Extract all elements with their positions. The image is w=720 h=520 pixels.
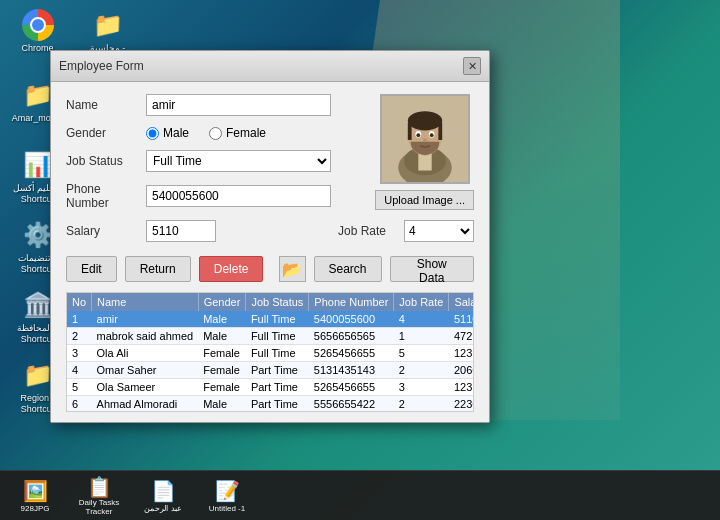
folder-icon: 📁: [22, 79, 54, 111]
salary-jobrate-row: Salary Job Rate 4 1 2 3 5: [66, 220, 474, 242]
table-cell-gender: Male: [198, 311, 246, 328]
gender-female-text: Female: [226, 126, 266, 140]
table-cell-job_status: Part Time: [246, 379, 309, 396]
table-cell-job_rate: 4: [394, 311, 449, 328]
col-name: Name: [92, 293, 199, 311]
dialog-content: Upload Image ... Name Gender Male Femal: [51, 82, 489, 422]
taskbar-item-abdelrahman[interactable]: 📄 عبد الرحمن: [133, 474, 193, 518]
employee-photo-svg: [382, 96, 468, 182]
table-cell-gender: Female: [198, 362, 246, 379]
col-no: No: [67, 293, 92, 311]
col-salary: Salary: [449, 293, 474, 311]
table-cell-salary: 1231: [449, 379, 474, 396]
gender-male-label[interactable]: Male: [146, 126, 189, 140]
excel-icon: 📊: [22, 149, 54, 181]
gender-male-radio[interactable]: [146, 127, 159, 140]
folder-icon: 📂: [282, 260, 302, 279]
table-row[interactable]: 5Ola SameerFemalePart Time52654566553123…: [67, 379, 474, 396]
delete-button[interactable]: Delete: [199, 256, 264, 282]
table-cell-name: mabrok said ahmed: [92, 328, 199, 345]
region-icon: 📁: [22, 359, 54, 391]
return-button[interactable]: Return: [125, 256, 191, 282]
untitled-icon: 📝: [213, 477, 241, 505]
search-button[interactable]: Search: [314, 256, 382, 282]
gender-female-label[interactable]: Female: [209, 126, 266, 140]
employee-table: No Name Gender Job Status Phone Number J…: [67, 293, 474, 412]
table-cell-phone: 5265456655: [309, 345, 394, 362]
table-cell-phone: 5556655422: [309, 396, 394, 413]
table-cell-name: Ola Sameer: [92, 379, 199, 396]
gender-female-radio[interactable]: [209, 127, 222, 140]
edit-button[interactable]: Edit: [66, 256, 117, 282]
job-rate-label: Job Rate: [338, 224, 398, 238]
phone-input[interactable]: [146, 185, 331, 207]
table-cell-salary: 4721: [449, 328, 474, 345]
desktop: Chrome 📁 Amar_moh... 📊 تعليم أكسل - Shor…: [0, 0, 720, 520]
table-row[interactable]: 2mabrok said ahmedMaleFull Time565665656…: [67, 328, 474, 345]
muhasaba-icon: 📁: [92, 9, 124, 41]
table-cell-salary: 2236: [449, 396, 474, 413]
svg-rect-7: [407, 123, 411, 140]
table-cell-job_status: Full Time: [246, 311, 309, 328]
928jpg-icon: 🖼️: [21, 477, 49, 505]
image-section: Upload Image ...: [375, 94, 474, 210]
table-cell-gender: Male: [198, 328, 246, 345]
table-cell-phone: 5265456655: [309, 379, 394, 396]
employee-photo: [380, 94, 470, 184]
table-cell-job_rate: 5: [394, 345, 449, 362]
table-cell-no: 5: [67, 379, 92, 396]
table-cell-job_status: Part Time: [246, 396, 309, 413]
salary-input[interactable]: [146, 220, 216, 242]
abdelrahman-icon: 📄: [149, 477, 177, 505]
table-cell-no: 3: [67, 345, 92, 362]
show-data-button[interactable]: Show Data: [390, 256, 474, 282]
table-cell-gender: Male: [198, 396, 246, 413]
table-cell-phone: 5131435143: [309, 362, 394, 379]
table-cell-job_rate: 2: [394, 396, 449, 413]
tasks-icon: 📋: [85, 475, 113, 499]
salary-label: Salary: [66, 224, 146, 238]
jobrate-section: Job Rate 4 1 2 3 5: [338, 220, 474, 242]
taskbar-item-tasks[interactable]: 📋 Daily Tasks Tracker: [69, 474, 129, 518]
table-cell-salary: 5110: [449, 311, 474, 328]
table-row[interactable]: 6Ahmad AlmoradiMalePart Time555665542222…: [67, 396, 474, 413]
settings-icon: ⚙️: [22, 219, 54, 251]
job-status-select[interactable]: Full Time Part Time Contract Hourly: [146, 150, 331, 172]
desktop-icon-chrome-label: Chrome: [21, 43, 53, 54]
table-row[interactable]: 1amirMaleFull Time540005560045110: [67, 311, 474, 328]
table-cell-gender: Female: [198, 379, 246, 396]
table-body: 1amirMaleFull Time5400055600451102mabrok…: [67, 311, 474, 412]
table-cell-job_rate: 1: [394, 328, 449, 345]
gender-male-text: Male: [163, 126, 189, 140]
upload-image-button[interactable]: Upload Image ...: [375, 190, 474, 210]
abdelrahman-label: عبد الرحمن: [144, 505, 181, 514]
folder-button[interactable]: 📂: [279, 256, 305, 282]
col-gender: Gender: [198, 293, 246, 311]
table-header-row: No Name Gender Job Status Phone Number J…: [67, 293, 474, 311]
dialog-titlebar[interactable]: Employee Form ✕: [51, 51, 489, 82]
table-cell-salary: 1231: [449, 345, 474, 362]
table-cell-phone: 5656656565: [309, 328, 394, 345]
employee-form-dialog: Employee Form ✕: [50, 50, 490, 423]
table-cell-no: 4: [67, 362, 92, 379]
taskbar: 🖼️ 928JPG 📋 Daily Tasks Tracker 📄 عبد ال…: [0, 470, 720, 520]
dialog-close-button[interactable]: ✕: [463, 57, 481, 75]
phone-label: Phone Number: [66, 182, 146, 210]
table-cell-no: 2: [67, 328, 92, 345]
tasks-label: Daily Tasks Tracker: [71, 499, 127, 517]
col-job-status: Job Status: [246, 293, 309, 311]
taskbar-item-928jpg[interactable]: 🖼️ 928JPG: [5, 474, 65, 518]
job-rate-select[interactable]: 4 1 2 3 5: [404, 220, 474, 242]
taskbar-item-untitled[interactable]: 📝 Untitled -1: [197, 474, 257, 518]
table-cell-job_rate: 3: [394, 379, 449, 396]
salary-section: Salary: [66, 220, 328, 242]
gov-icon: 🏛️: [22, 289, 54, 321]
name-input[interactable]: [146, 94, 331, 116]
table-row[interactable]: 3Ola AliFemaleFull Time526545665551231: [67, 345, 474, 362]
table-row[interactable]: 4Omar SaherFemalePart Time51314351432206…: [67, 362, 474, 379]
col-job-rate: Job Rate: [394, 293, 449, 311]
name-label: Name: [66, 98, 146, 112]
job-status-label: Job Status: [66, 154, 146, 168]
buttons-row: Edit Return Delete 📂 Search Show Data: [66, 252, 474, 282]
table-cell-phone: 5400055600: [309, 311, 394, 328]
